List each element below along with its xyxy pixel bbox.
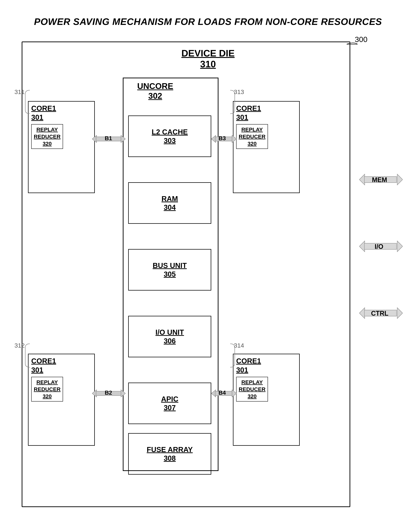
core-tl-num: 301	[31, 113, 43, 122]
l2-cache-label: L2 CACHE	[152, 128, 188, 136]
core-top-left-box: CORE1 301 REPLAY REDUCER 320	[28, 101, 95, 193]
apic-box: APIC 307	[128, 383, 211, 424]
core-bottom-right-box: CORE1 301 REPLAY REDUCER 320	[233, 354, 300, 446]
b2-label: B2	[105, 390, 112, 396]
replay-reducer-tl: REPLAY REDUCER 320	[31, 124, 63, 149]
rr-bl-line1: REPLAY	[34, 379, 60, 386]
uncore-label: UNCORE 302	[137, 81, 173, 101]
b3-label: B3	[218, 135, 226, 142]
apic-label: APIC	[161, 395, 178, 403]
io-unit-num: 306	[164, 337, 176, 345]
bus-unit-label: BUS UNIT	[153, 261, 187, 270]
rr-tr-line1: REPLAY	[239, 126, 265, 133]
core-tl-label: CORE1	[31, 104, 56, 113]
svg-marker-9	[121, 390, 126, 397]
ctrl-label: CTRL	[371, 310, 388, 317]
page-title: POWER SAVING MECHANISM FOR LOADS FROM NO…	[34, 16, 382, 27]
bus-unit-box: BUS UNIT 305	[128, 249, 211, 291]
core-br-label: CORE1	[236, 357, 261, 365]
svg-marker-16	[359, 241, 365, 252]
rr-br-line3: 320	[239, 393, 265, 400]
replay-reducer-tr: REPLAY REDUCER 320	[236, 124, 268, 149]
io-unit-label: I/O UNIT	[155, 328, 184, 337]
core-tr-label: CORE1	[236, 104, 261, 113]
bus-unit-num: 305	[164, 270, 176, 278]
fuse-array-num: 308	[164, 454, 176, 463]
bracket-313-label: 313	[234, 88, 244, 95]
core-bottom-left-box: CORE1 301 REPLAY REDUCER 320	[28, 354, 95, 446]
device-die-label: DEVICE DIE 310	[182, 48, 235, 69]
ram-num: 304	[164, 203, 176, 212]
ram-label: RAM	[161, 194, 178, 203]
bracket-312	[23, 342, 32, 369]
b1-label: B1	[105, 135, 112, 142]
rr-tl-line1: REPLAY	[34, 126, 60, 133]
apic-num: 307	[164, 403, 176, 412]
core-tr-num: 301	[236, 113, 248, 122]
rr-tl-line3: 320	[34, 140, 60, 147]
bracket-312-label: 312	[14, 342, 25, 349]
svg-marker-3	[121, 135, 126, 142]
svg-marker-6	[232, 135, 237, 142]
fuse-array-box: FUSE ARRAY 308	[128, 433, 211, 475]
svg-marker-19	[359, 308, 365, 319]
svg-marker-13	[359, 174, 365, 185]
rr-tr-line2: REDUCER	[239, 133, 265, 140]
core-top-right-box: CORE1 301 REPLAY REDUCER 320	[233, 101, 300, 193]
svg-marker-18	[397, 241, 403, 252]
bracket-311	[23, 88, 32, 115]
replay-reducer-br: REPLAY REDUCER 320	[236, 377, 268, 401]
ram-box: RAM 304	[128, 182, 211, 224]
replay-reducer-bl: REPLAY REDUCER 320	[31, 377, 63, 401]
io-label: I/O	[375, 243, 383, 250]
svg-marker-21	[397, 308, 403, 319]
core-bl-num: 301	[31, 366, 43, 374]
svg-marker-15	[397, 174, 403, 185]
l2-cache-num: 303	[164, 136, 176, 145]
b4-label: B4	[218, 390, 226, 396]
mem-label: MEM	[372, 176, 387, 184]
bracket-314-label: 314	[234, 342, 244, 349]
core-br-num: 301	[236, 366, 248, 374]
io-unit-box: I/O UNIT 306	[128, 316, 211, 357]
rr-bl-line2: REDUCER	[34, 386, 60, 393]
fuse-array-label: FUSE ARRAY	[147, 445, 193, 454]
svg-marker-12	[232, 390, 237, 397]
rr-br-line1: REPLAY	[239, 379, 265, 386]
rr-bl-line3: 320	[34, 393, 60, 400]
l2-cache-box: L2 CACHE 303	[128, 115, 211, 157]
rr-tr-line3: 320	[239, 140, 265, 147]
core-bl-label: CORE1	[31, 357, 56, 365]
rr-br-line2: REDUCER	[239, 386, 265, 393]
rr-tl-line2: REDUCER	[34, 133, 60, 140]
bracket-311-label: 311	[14, 88, 25, 95]
